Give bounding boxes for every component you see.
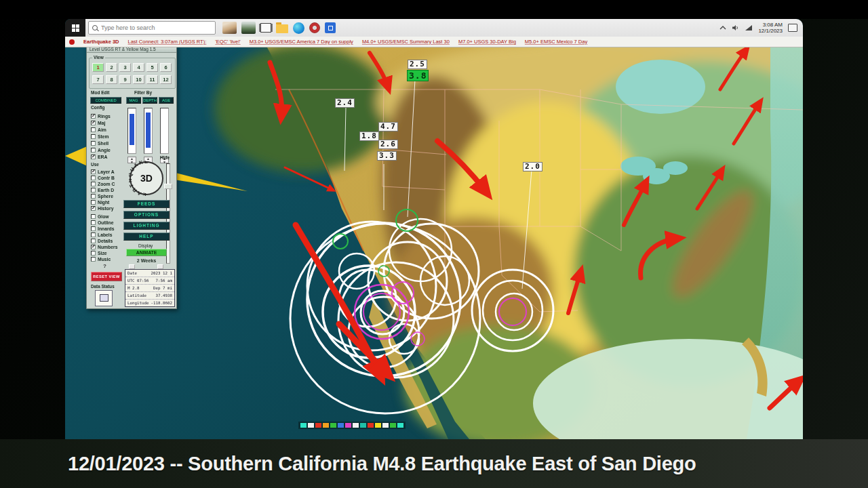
blue-app-icon[interactable] (325, 22, 336, 33)
view-button-7[interactable]: 7 (92, 75, 104, 84)
view-button-9[interactable]: 9 (119, 75, 131, 84)
legend-chip (330, 423, 336, 428)
checkbox-zoom-c[interactable]: Zoom C (91, 181, 115, 186)
legend-chip (345, 423, 351, 428)
file-explorer-icon[interactable] (276, 24, 288, 33)
mod-edit-label: Mod Edit (91, 90, 109, 95)
data-status-icon (100, 294, 108, 302)
search-placeholder: Type here to search (101, 24, 155, 31)
svg-text:3D: 3D (140, 173, 153, 184)
start-button[interactable] (65, 19, 85, 37)
checkbox-music[interactable]: Music (91, 256, 111, 262)
checkbox-innards[interactable]: Innards (91, 226, 115, 231)
options-button[interactable]: OPTIONS (123, 211, 170, 219)
legend-chip (375, 423, 381, 428)
checkbox-history[interactable]: History (91, 205, 113, 211)
legend-chip (382, 423, 389, 428)
time-range-label: 2 Weeks (125, 258, 168, 264)
quake-label: 3.3 (377, 151, 397, 161)
video-caption-text: 12/01/2023 -- Southern California M4.8 E… (68, 452, 696, 475)
view-button-3[interactable]: 3 (119, 63, 131, 72)
city-thumbnail-icon[interactable] (241, 22, 256, 34)
legend-chip (338, 423, 344, 428)
checkbox-angle[interactable]: Angle (91, 147, 111, 152)
view-button-11[interactable]: 11 (146, 75, 158, 84)
checkbox-maj[interactable]: Maj (91, 120, 105, 125)
view-button-12[interactable]: 12 (160, 75, 172, 84)
search-icon (92, 25, 98, 30)
edge-browser-icon[interactable] (293, 22, 304, 34)
app-title: Earthquake 3D (83, 39, 119, 45)
tray-clock[interactable]: 3:08 AM 12/1/2023 (758, 22, 783, 34)
tray-date: 12/1/2023 (758, 28, 783, 34)
checkbox-outline[interactable]: Outline (91, 220, 113, 225)
feed-link[interactable]: M7.0+ USGS 30-DAY Big (458, 39, 516, 45)
help-button[interactable]: HELP (123, 232, 170, 241)
chevron-up-icon[interactable] (719, 25, 726, 30)
view-button-10[interactable]: 10 (133, 75, 144, 84)
magnitude-slider[interactable] (127, 108, 136, 154)
checkbox-layer-a[interactable]: Layer A (91, 169, 115, 174)
filter-depth-button[interactable]: DEPTH (142, 97, 157, 104)
speaker-icon[interactable] (732, 24, 739, 31)
data-status-box[interactable] (95, 290, 113, 306)
checkbox-size[interactable]: Size (91, 250, 107, 256)
checkbox-contr-b[interactable]: Contr B (91, 175, 115, 180)
feeds-button[interactable]: FEEDS (123, 200, 170, 208)
checkbox-shell[interactable]: Shell (91, 140, 108, 146)
depth-slider[interactable] (144, 108, 153, 154)
task-view-icon[interactable] (260, 23, 271, 33)
view-button-1[interactable]: 1 (92, 63, 104, 72)
checkbox-rings[interactable]: Rings (91, 113, 111, 119)
info-depth-value: Dep 7 mi (153, 285, 172, 291)
checkbox-era[interactable]: ERA (91, 154, 107, 159)
checkbox-details[interactable]: Details (91, 238, 113, 243)
checkbox-aim[interactable]: Aim (91, 127, 106, 132)
earthquake3d-title-bar: Earthquake 3D Last Connect: 3:07am (USGS… (65, 37, 803, 47)
earthquake3d-control-panel: Level USGS RT & Yellow Mag 1.5 View 1 2 … (86, 45, 177, 309)
view-button-4[interactable]: 4 (133, 63, 144, 72)
info-lat-label: Latitude (127, 292, 146, 299)
system-tray: 3:08 AM 12/1/2023 (719, 22, 803, 34)
lighting-button[interactable]: LIGHTING (123, 222, 170, 230)
view-button-5[interactable]: 5 (146, 63, 158, 72)
recorder-app-icon[interactable] (309, 22, 320, 33)
feed-link[interactable]: M3.0+ USGS/EMSC America 7 Day on supply (250, 39, 353, 45)
checkbox-earth-d[interactable]: Earth D (91, 187, 114, 192)
quake-label: 2.6 (378, 140, 398, 149)
last-connect-text: Last Connect: 3:07am (USGS RT): (128, 39, 207, 45)
checkbox-glow[interactable]: Glow (91, 214, 109, 219)
filter-mag-button[interactable]: MAG (126, 97, 141, 104)
age-slider[interactable] (160, 108, 169, 154)
config-label: Config (91, 105, 105, 110)
windows-taskbar: Type here to search 3:08 AM 12/1/2023 (65, 19, 803, 37)
quake-label: 1.8 (359, 131, 379, 141)
checkbox-sphere[interactable]: Sphere (91, 193, 113, 199)
quake-label: 2.4 (335, 98, 355, 108)
view-button-8[interactable]: 8 (106, 75, 117, 84)
panel-scrollbar-handle[interactable] (164, 184, 172, 189)
earthquake3d-logo: EARTHQUAKE 3D (129, 161, 164, 196)
view-button-2[interactable]: 2 (106, 63, 117, 72)
photo-thumbnail-icon[interactable] (222, 22, 237, 34)
feed-link[interactable]: M4.0+ USGS/EMSC Summary Last 30 (362, 39, 450, 45)
animate-button[interactable]: ANIMATE (126, 249, 167, 256)
info-lat-value: 37.4938 (156, 292, 172, 299)
checkbox-labels[interactable]: Labels (91, 232, 113, 237)
video-caption-bar: 12/01/2023 -- Southern California M4.8 E… (0, 439, 868, 488)
view-button-6[interactable]: 6 (160, 63, 172, 72)
action-center-icon[interactable] (788, 24, 797, 32)
range-forward-button[interactable] (157, 264, 163, 269)
checkbox-night[interactable]: Night (91, 199, 109, 205)
checkbox-stem[interactable]: Stem (91, 134, 109, 139)
checkbox-numbers[interactable]: Numbers (91, 244, 117, 249)
network-icon[interactable] (745, 24, 753, 31)
help-mark: ? (103, 263, 106, 269)
combined-button[interactable]: COMBINED (90, 97, 121, 104)
feed-link[interactable]: M5.0+ EMSC Mexico 7 Day (525, 39, 587, 45)
feed-link[interactable]: 'EQC' 'live!' (215, 39, 240, 45)
search-input[interactable]: Type here to search (88, 21, 216, 35)
range-back-button[interactable] (129, 264, 135, 269)
reset-view-button[interactable]: RESET VIEW (91, 272, 122, 281)
filter-age-button[interactable]: AGE (159, 97, 174, 104)
